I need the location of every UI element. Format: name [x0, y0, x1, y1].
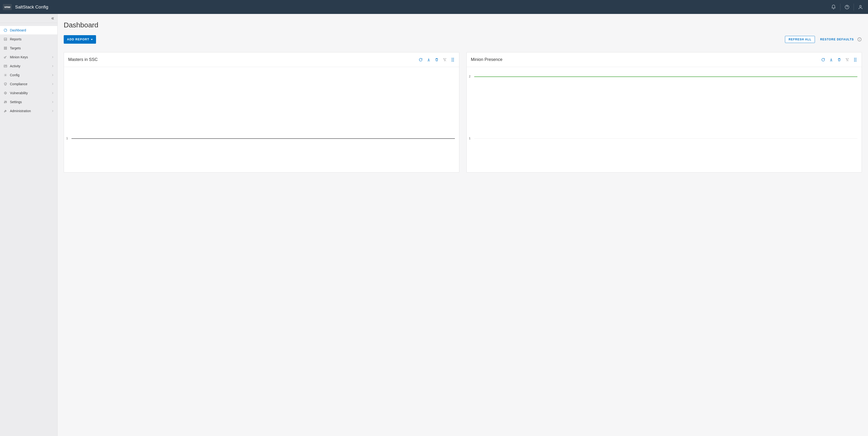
svg-point-14	[4, 102, 5, 103]
report-card-toolbar	[821, 58, 857, 62]
svg-point-21	[452, 59, 452, 60]
download-button[interactable]	[427, 58, 431, 62]
svg-point-11	[5, 75, 6, 76]
gauge-icon	[3, 28, 7, 32]
refresh-all-button[interactable]: REFRESH ALL	[785, 36, 815, 43]
target-icon	[3, 91, 7, 95]
sidebar-item-label: Compliance	[10, 82, 49, 86]
grid-icon	[3, 46, 7, 50]
report-card-header: Masters in SSC	[64, 52, 459, 67]
add-report-label: ADD REPORT	[67, 38, 89, 41]
refresh-icon	[821, 58, 825, 62]
sidebar-item-label: Administration	[10, 109, 49, 113]
svg-point-22	[453, 59, 454, 60]
ytick: 1	[469, 137, 471, 140]
info-icon[interactable]	[857, 37, 862, 42]
download-button[interactable]	[829, 58, 833, 62]
sidebar-item-label: Settings	[10, 100, 49, 104]
report-icon	[3, 37, 7, 41]
svg-rect-7	[4, 49, 5, 49]
svg-point-30	[856, 61, 856, 61]
chevron-right-icon	[51, 74, 54, 77]
drag-handle-icon	[854, 58, 857, 62]
page-title: Dashboard	[64, 21, 862, 29]
chart-minion-presence: 2 1	[469, 71, 858, 167]
main-content: Dashboard ADD REPORT REFRESH ALL RESTORE…	[58, 14, 868, 436]
user-icon	[858, 4, 863, 10]
svg-point-16	[6, 102, 7, 103]
sidebar-item-label: Minion Keys	[10, 55, 49, 59]
chart-series-line	[474, 77, 858, 77]
sliders-icon	[3, 100, 7, 104]
sidebar-item-compliance[interactable]: Compliance	[0, 80, 57, 89]
delete-button[interactable]	[837, 58, 841, 62]
svg-point-2	[860, 5, 861, 7]
report-card-header: Minion Presence	[467, 52, 862, 67]
chart-series-line	[71, 138, 455, 139]
activity-icon	[3, 64, 7, 68]
chevron-down-icon	[91, 39, 93, 40]
svg-point-23	[452, 61, 452, 61]
sidebar-item-label: Vulnerability	[10, 91, 49, 95]
filter-off-icon	[845, 58, 849, 62]
user-menu-button[interactable]	[855, 2, 866, 12]
chevron-right-icon	[51, 110, 54, 112]
svg-rect-8	[6, 49, 7, 49]
sidebar-item-activity[interactable]: Activity	[0, 62, 57, 70]
svg-point-19	[452, 58, 452, 59]
sidebar-item-vulnerability[interactable]: Vulnerability	[0, 89, 57, 97]
sidebar-item-label: Config	[10, 73, 49, 77]
sidebar-item-targets[interactable]: Targets	[0, 44, 57, 53]
add-report-button[interactable]: ADD REPORT	[64, 35, 96, 44]
help-icon	[844, 4, 849, 10]
refresh-button[interactable]	[821, 58, 825, 62]
refresh-button[interactable]	[418, 58, 423, 62]
report-card-title: Minion Presence	[471, 57, 821, 62]
sidebar-item-settings[interactable]: Settings	[0, 97, 57, 107]
svg-rect-6	[6, 47, 7, 48]
chart-masters: 1	[66, 71, 455, 167]
sidebar: Dashboard Reports Targets Minion Keys	[0, 14, 58, 436]
report-cards-row: Masters in SSC	[64, 52, 862, 173]
svg-point-12	[4, 92, 6, 94]
header-icon-group	[828, 2, 866, 12]
chart-gridline	[474, 138, 858, 139]
sidebar-item-dashboard[interactable]: Dashboard	[0, 26, 57, 35]
wrench-icon	[3, 109, 7, 113]
report-card-toolbar	[418, 58, 455, 62]
svg-rect-5	[4, 47, 5, 48]
header-divider	[854, 4, 854, 11]
svg-point-24	[453, 61, 454, 61]
trash-icon	[435, 58, 439, 62]
delete-button[interactable]	[435, 58, 439, 62]
notifications-button[interactable]	[828, 2, 839, 12]
svg-point-13	[5, 93, 6, 93]
svg-point-18	[859, 38, 860, 39]
drag-handle-icon	[451, 58, 455, 62]
app-title: SaltStack Config	[15, 4, 48, 10]
ytick: 2	[469, 75, 471, 78]
restore-defaults-button[interactable]: RESTORE DEFAULTS	[820, 38, 854, 41]
svg-point-9	[4, 57, 5, 58]
filter-off-icon	[443, 58, 447, 62]
gear-icon	[3, 73, 7, 77]
svg-point-15	[5, 101, 6, 102]
report-card-masters: Masters in SSC	[64, 52, 459, 173]
app-header: vmw SaltStack Config	[0, 0, 868, 14]
sidebar-item-config[interactable]: Config	[0, 70, 57, 80]
sidebar-item-reports[interactable]: Reports	[0, 35, 57, 44]
download-icon	[829, 58, 833, 62]
svg-point-28	[856, 59, 856, 60]
sidebar-item-minion-keys[interactable]: Minion Keys	[0, 53, 57, 62]
filter-button	[443, 58, 447, 62]
help-button[interactable]	[841, 2, 852, 12]
drag-handle[interactable]	[451, 58, 455, 62]
bell-icon	[831, 4, 836, 10]
sidebar-item-label: Reports	[10, 37, 54, 41]
download-icon	[427, 58, 431, 62]
sidebar-collapse-button[interactable]	[0, 14, 57, 23]
svg-point-20	[453, 58, 454, 59]
sidebar-item-label: Activity	[10, 64, 49, 68]
sidebar-item-administration[interactable]: Administration	[0, 107, 57, 115]
drag-handle[interactable]	[853, 58, 857, 62]
